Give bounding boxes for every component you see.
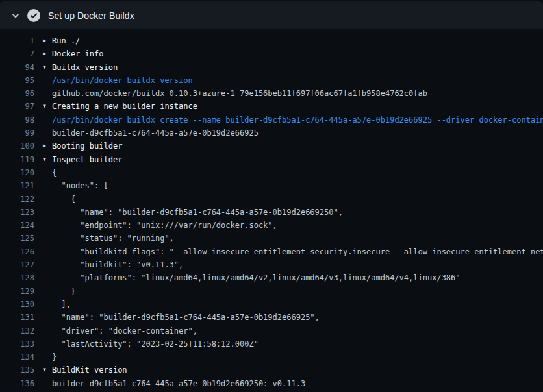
log-line: 134 } (0, 350, 543, 363)
gutter-spacer (34, 258, 52, 271)
gutter-spacer (34, 337, 52, 350)
gutter-spacer (34, 219, 52, 232)
gutter-spacer (34, 298, 52, 311)
group-expanded-icon[interactable]: ▼ (34, 363, 52, 376)
line-number[interactable]: 122 (0, 193, 34, 206)
log-group-line[interactable]: 1 ▶ Run ./ (0, 34, 543, 47)
log-output: 1 ▶ Run ./ 7 ▶ Docker info 94 ▼ Buildx v… (0, 29, 543, 390)
log-line: 136 builder-d9cfb5a1-c764-445a-a57e-0b19… (0, 377, 543, 390)
log-group-line[interactable]: 7 ▶ Docker info (0, 47, 543, 60)
group-collapsed-icon[interactable]: ▶ (34, 140, 52, 153)
gutter-spacer (34, 179, 52, 192)
line-number[interactable]: 126 (0, 245, 34, 258)
line-number[interactable]: 98 (0, 114, 34, 127)
log-line: 96 github.com/docker/buildx 0.10.3+azure… (0, 87, 543, 100)
line-number[interactable]: 124 (0, 219, 34, 232)
log-line: 95 /usr/bin/docker buildx version (0, 74, 543, 87)
log-text: { (52, 166, 543, 179)
line-number[interactable]: 132 (0, 325, 34, 337)
log-text: Booting builder (52, 140, 543, 153)
group-collapsed-icon[interactable]: ▶ (34, 47, 52, 60)
log-text: } (52, 350, 543, 363)
log-line: 130 ], (0, 298, 543, 311)
gutter-spacer (34, 377, 52, 390)
log-line: 129 } (0, 285, 543, 298)
line-number[interactable]: 120 (0, 166, 34, 179)
log-text: "lastActivity": "2023-02-25T11:58:12.000… (52, 337, 543, 350)
check-circle-icon (27, 9, 40, 22)
group-expanded-icon[interactable]: ▼ (34, 61, 52, 74)
log-group-line[interactable]: 135 ▼ BuildKit version (0, 363, 543, 376)
log-text: "status": "running", (52, 232, 543, 245)
group-expanded-icon[interactable]: ▼ (34, 153, 52, 166)
line-number[interactable]: 130 (0, 298, 34, 311)
log-group-line[interactable]: 119 ▼ Inspect builder (0, 153, 543, 166)
group-expanded-icon[interactable]: ▼ (34, 100, 52, 113)
line-number[interactable]: 131 (0, 311, 34, 324)
log-line: 120 { (0, 166, 543, 179)
log-line: 127 "buildkit": "v0.11.3", (0, 258, 543, 271)
log-text: ], (52, 298, 543, 311)
log-line: 121 "nodes": [ (0, 179, 543, 192)
line-number[interactable]: 94 (0, 61, 34, 74)
log-text: Buildx version (52, 61, 543, 74)
line-number[interactable]: 133 (0, 337, 34, 350)
line-number[interactable]: 97 (0, 100, 34, 113)
log-line: 133 "lastActivity": "2023-02-25T11:58:12… (0, 337, 543, 350)
line-number[interactable]: 1 (0, 34, 34, 47)
log-line: 131 "name": "builder-d9cfb5a1-c764-445a-… (0, 311, 543, 324)
gutter-spacer (34, 206, 52, 219)
line-number[interactable]: 136 (0, 377, 34, 390)
group-collapsed-icon[interactable]: ▶ (34, 34, 52, 47)
log-line: 126 "buildkitd-flags": "--allow-insecure… (0, 245, 543, 258)
gutter-spacer (34, 127, 52, 140)
log-line: 123 "name": "builder-d9cfb5a1-c764-445a-… (0, 206, 543, 219)
log-line: 99 builder-d9cfb5a1-c764-445a-a57e-0b19d… (0, 127, 543, 140)
log-text: "name": "builder-d9cfb5a1-c764-445a-a57e… (52, 206, 543, 219)
log-text: builder-d9cfb5a1-c764-445a-a57e-0b19d2e6… (52, 377, 543, 390)
log-line: 132 "driver": "docker-container", (0, 325, 543, 337)
log-text: "buildkit": "v0.11.3", (52, 258, 543, 271)
log-text: builder-d9cfb5a1-c764-445a-a57e-0b19d2e6… (52, 127, 543, 140)
log-line: 125 "status": "running", (0, 232, 543, 245)
log-text: /usr/bin/docker buildx create --name bui… (52, 114, 543, 127)
gutter-spacer (34, 114, 52, 127)
log-group-line[interactable]: 94 ▼ Buildx version (0, 61, 543, 74)
gutter-spacer (34, 271, 52, 284)
line-number[interactable]: 95 (0, 74, 34, 87)
log-line: 124 "endpoint": "unix:///var/run/docker.… (0, 219, 543, 232)
log-text: { (52, 193, 543, 206)
gutter-spacer (34, 232, 52, 245)
line-number[interactable]: 100 (0, 140, 34, 153)
line-number[interactable]: 7 (0, 47, 34, 60)
line-number[interactable]: 121 (0, 179, 34, 192)
log-text: "endpoint": "unix:///var/run/docker.sock… (52, 219, 543, 232)
line-number[interactable]: 99 (0, 127, 34, 140)
line-number[interactable]: 128 (0, 271, 34, 284)
line-number[interactable]: 135 (0, 363, 34, 376)
line-number[interactable]: 127 (0, 258, 34, 271)
log-text: "name": "builder-d9cfb5a1-c764-445a-a57e… (52, 311, 543, 324)
step-header[interactable]: Set up Docker Buildx (0, 1, 543, 29)
line-number[interactable]: 125 (0, 232, 34, 245)
log-group-line[interactable]: 97 ▼ Creating a new builder instance (0, 100, 543, 113)
log-line: 122 { (0, 193, 543, 206)
log-text: Creating a new builder instance (52, 100, 543, 113)
chevron-down-icon[interactable] (8, 8, 23, 23)
line-number[interactable]: 119 (0, 153, 34, 166)
log-text: BuildKit version (52, 363, 543, 376)
gutter-spacer (34, 285, 52, 298)
gutter-spacer (34, 350, 52, 363)
gutter-spacer (34, 325, 52, 337)
line-number[interactable]: 123 (0, 206, 34, 219)
log-text: /usr/bin/docker buildx version (52, 74, 543, 87)
line-number[interactable]: 96 (0, 87, 34, 100)
line-number[interactable]: 129 (0, 285, 34, 298)
log-text: "platforms": "linux/amd64,linux/amd64/v2… (52, 271, 543, 284)
log-text: } (52, 285, 543, 298)
log-text: Docker info (52, 47, 543, 60)
step-title: Set up Docker Buildx (48, 10, 134, 21)
log-group-line[interactable]: 100 ▶ Booting builder (0, 140, 543, 153)
line-number[interactable]: 134 (0, 350, 34, 363)
gutter-spacer (34, 74, 52, 87)
